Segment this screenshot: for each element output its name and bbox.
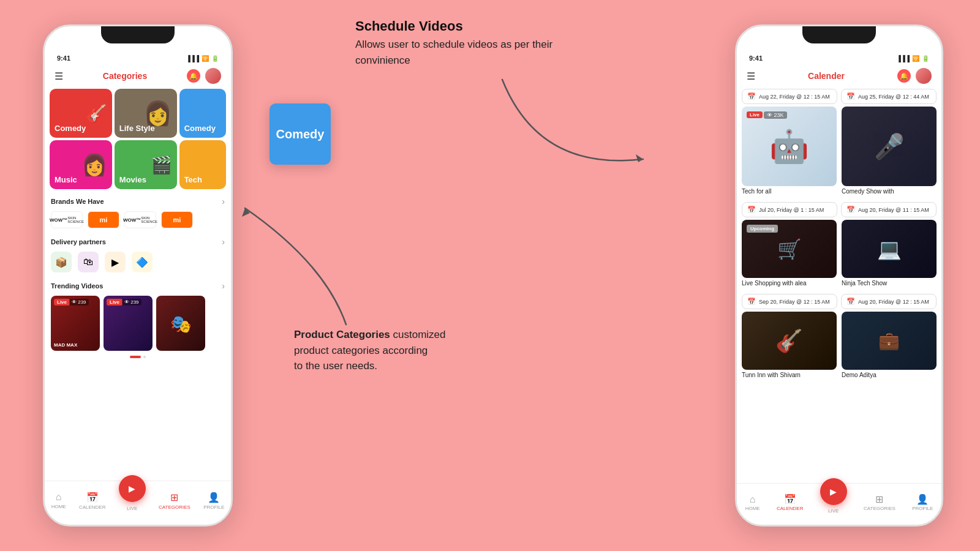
cal-date-2-text: Aug 25, Friday @ 12 : 44 AM (858, 94, 929, 100)
section2-videos-row: Upcoming 🛒 Live Shopping with alea 💻 Nin… (737, 220, 941, 287)
delivery-partner-4[interactable]: 🔷 (132, 252, 153, 272)
ninja-video-thumb[interactable]: 💻 (842, 220, 937, 278)
brand-mi-1[interactable]: mi (88, 211, 119, 228)
live-button-circle[interactable]: ▶ (119, 475, 146, 502)
annotation-schedule-title: Schedule Videos (355, 18, 600, 34)
hamburger-icon-right[interactable]: ☰ (747, 70, 755, 82)
phone-left: 9:41 ▐▐▐ 🛜 🔋 ☰ Categories 🔔 🎸 Comedy (43, 24, 233, 527)
user-avatar-right[interactable] (916, 68, 932, 84)
hamburger-icon[interactable]: ☰ (55, 70, 63, 82)
brands-header: Brands We Have › (45, 192, 231, 209)
live-badge-1: Live (54, 299, 70, 305)
calendar-icon-1: 📅 (747, 92, 756, 100)
nav-home[interactable]: ⌂ HOME (51, 492, 66, 509)
category-tech[interactable]: Tech (179, 140, 226, 189)
comedy-video-thumb[interactable]: 🎤 (842, 107, 937, 186)
delivery-partner-3[interactable]: ▶ (105, 252, 126, 272)
notification-bell[interactable]: 🔔 (187, 69, 200, 83)
demo-video-thumb[interactable]: 💼 (842, 312, 937, 370)
live-icon: ▶ (129, 484, 135, 493)
annotation-product-body: Product Categories customizedproduct cat… (294, 327, 446, 374)
section3-videos-row: 🎸 Tunn Inn with Shivam 💼 Demo Aditya (737, 312, 941, 378)
guitar-video-section: 🎸 Tunn Inn with Shivam (742, 312, 837, 378)
cal-date-1-text: Aug 22, Friday @ 12 : 15 AM (759, 94, 830, 100)
phone-right: 9:41 ▐▐▐ 🛜 🔋 ☰ Calender 🔔 📅 Aug 22, Frid… (735, 24, 943, 527)
nav2-profile[interactable]: 👤 PROFILE (912, 493, 933, 511)
cal-date-2[interactable]: 📅 Aug 25, Friday @ 12 : 44 AM (841, 89, 937, 104)
nav2-home[interactable]: ⌂ HOME (745, 494, 760, 511)
annotation-product: Product Categories customizedproduct cat… (294, 324, 446, 374)
category-comedy-label: Comedy (55, 124, 86, 133)
svg-marker-0 (636, 154, 643, 162)
floating-category-comedy: Comedy (270, 103, 331, 165)
categories-icon: ⊞ (170, 492, 178, 503)
cal-date-5-text: Sep 20, Friday @ 12 : 15 AM (759, 299, 830, 305)
nav-live[interactable]: ▶ LIVE (119, 490, 146, 511)
trending-video-2[interactable]: Live 👁 239 (104, 296, 153, 351)
phone1-nav-title: Categories (103, 71, 147, 81)
phone2-nav-title: Calender (808, 71, 845, 81)
brand-wow-2[interactable]: WOW™SKIN SCIENCE (124, 211, 156, 228)
delivery-arrow[interactable]: › (222, 237, 225, 247)
nav2-home-label: HOME (745, 506, 760, 511)
category-music[interactable]: 👩 Music (50, 140, 112, 189)
nav-categories-label: CATEGORIES (159, 504, 190, 510)
category-lifestyle-label: Life Style (119, 124, 155, 133)
live-badge-2: Live (107, 299, 123, 305)
category-movies[interactable]: 🎬 Movies (115, 140, 177, 189)
live-video-section: Live 👁 23K 🤖 Tech for all (742, 107, 837, 195)
live-button-circle-2[interactable]: ▶ (820, 478, 847, 505)
trending-header: Trending Videos › (45, 276, 231, 293)
trending-video-1[interactable]: Live 👁 239 MAD MAX (51, 296, 100, 351)
category-lifestyle[interactable]: 👩 Life Style (115, 89, 177, 138)
nav-icons-right-2: 🔔 (897, 68, 932, 84)
trending-arrow[interactable]: › (222, 281, 225, 291)
category-comedy2[interactable]: Comedy (179, 89, 226, 138)
guitar-video-thumb[interactable]: 🎸 (742, 312, 837, 370)
demo-icon: 💼 (878, 331, 900, 351)
nav-live-label: LIVE (127, 506, 137, 511)
cal-date-5[interactable]: 📅 Sep 20, Friday @ 12 : 15 AM (742, 294, 837, 309)
live-video-thumb[interactable]: Live 👁 23K 🤖 (742, 107, 837, 186)
nav2-calendar-label: CALENDER (777, 506, 804, 511)
nav-calendar[interactable]: 📅 CALENDER (79, 492, 106, 510)
delivery-partner-1[interactable]: 📦 (51, 252, 72, 272)
upcoming-badge: Upcoming (747, 225, 778, 233)
trending-video-1-title: MAD MAX (54, 342, 97, 348)
cal-date-header-3: 📅 Sep 20, Friday @ 12 : 15 AM 📅 Aug 20, … (737, 291, 941, 312)
brand-mi-2[interactable]: mi (161, 211, 193, 228)
nav2-categories-label: CATEGORIES (864, 506, 895, 511)
phone2-screen: 9:41 ▐▐▐ 🛜 🔋 ☰ Calender 🔔 📅 Aug 22, Frid… (737, 48, 941, 525)
cal-date-4[interactable]: 📅 Aug 20, Friday @ 11 : 15 AM (841, 202, 937, 217)
cal-date-6[interactable]: 📅 Aug 20, Friday @ 12 : 15 AM (841, 294, 937, 309)
comedy-icon: 🎸 (86, 103, 107, 124)
brand-wow-1[interactable]: WOW™SKIN SCIENCE (51, 211, 83, 228)
nav-categories[interactable]: ⊞ CATEGORIES (159, 492, 190, 510)
phone2-scroll-area[interactable]: 📅 Aug 22, Friday @ 12 : 15 AM 📅 Aug 25, … (737, 86, 941, 525)
nav2-calendar[interactable]: 📅 CALENDER (777, 493, 804, 511)
cal-date-3[interactable]: 📅 Jul 20, Friday @ 1 : 15 AM (742, 202, 837, 217)
nav2-categories[interactable]: ⊞ CATEGORIES (864, 493, 895, 511)
user-avatar[interactable] (205, 68, 221, 84)
cal-date-1[interactable]: 📅 Aug 22, Friday @ 12 : 15 AM (742, 89, 837, 104)
shopping-video-thumb[interactable]: Upcoming 🛒 (742, 220, 837, 278)
calendar-icon-3: 📅 (747, 206, 756, 214)
category-comedy[interactable]: 🎸 Comedy (50, 89, 112, 138)
shopping-video-section: Upcoming 🛒 Live Shopping with alea (742, 220, 837, 287)
phone1-screen: 9:41 ▐▐▐ 🛜 🔋 ☰ Categories 🔔 🎸 Comedy (45, 48, 231, 525)
robot-emoji: 🤖 (769, 128, 809, 165)
delivery-partner-2[interactable]: 🛍 (78, 252, 99, 272)
cal-date-4-text: Aug 20, Friday @ 11 : 15 AM (858, 207, 929, 213)
profile-icon-2: 👤 (916, 493, 929, 505)
brands-arrow[interactable]: › (222, 197, 225, 206)
nav-profile[interactable]: 👤 PROFILE (203, 492, 224, 510)
nav2-live[interactable]: ▶ LIVE (820, 492, 847, 514)
annotation-product-bold: Product Categories (294, 329, 390, 340)
demo-video-section: 💼 Demo Aditya (842, 312, 937, 378)
notification-bell-right[interactable]: 🔔 (897, 69, 911, 83)
top-videos-row: Live 👁 23K 🤖 Tech for all 🎤 Comedy Show … (737, 107, 941, 195)
nav-home-label: HOME (51, 504, 66, 509)
trending-video-3[interactable]: 🎭 (156, 296, 205, 351)
categories-icon-2: ⊞ (875, 493, 883, 505)
calendar-icon-nav: 📅 (784, 493, 796, 505)
